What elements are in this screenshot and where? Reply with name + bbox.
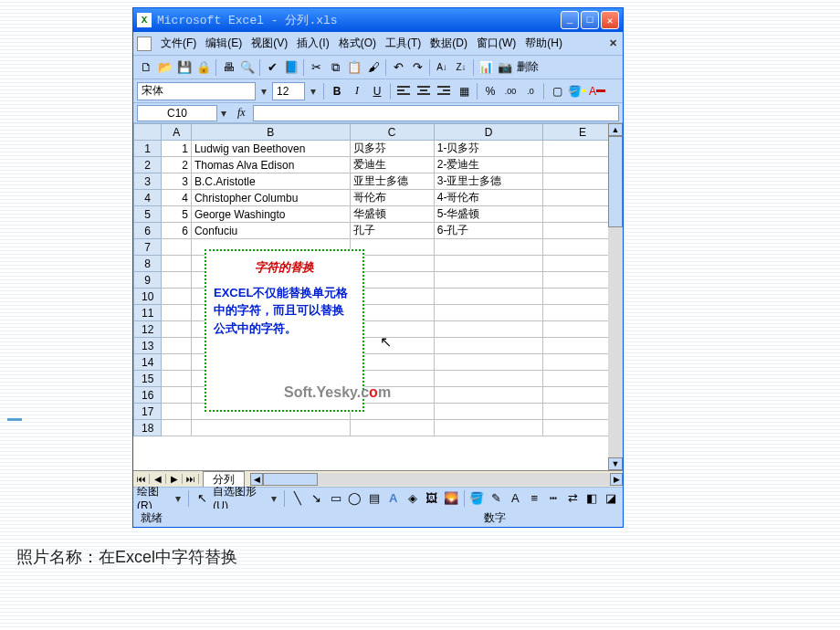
copy-icon[interactable]: ⧉ — [326, 58, 344, 77]
cell[interactable] — [434, 321, 542, 338]
size-dropdown-icon[interactable]: ▾ — [307, 85, 320, 98]
3d-icon[interactable]: ◪ — [603, 489, 619, 508]
borders-button[interactable]: ▢ — [548, 82, 566, 100]
font-name-combo[interactable]: 宋体 — [137, 82, 256, 100]
font-color-button[interactable]: A — [588, 82, 606, 100]
scroll-left-icon[interactable]: ◀ — [250, 473, 263, 486]
open-icon[interactable]: 📂 — [156, 58, 174, 77]
oval-icon[interactable]: ◯ — [347, 489, 363, 508]
clipart-icon[interactable]: 🖼 — [424, 489, 440, 508]
arrow-icon[interactable]: ↘ — [309, 489, 325, 508]
menu-view[interactable]: 视图(V) — [247, 34, 291, 53]
spellcheck-icon[interactable]: ✔ — [263, 58, 281, 77]
format-painter-icon[interactable]: 🖌 — [364, 58, 383, 77]
cell[interactable] — [350, 420, 434, 436]
menu-help[interactable]: 帮助(H) — [521, 34, 566, 53]
menu-edit[interactable]: 编辑(E) — [202, 34, 246, 53]
cell[interactable] — [434, 354, 542, 371]
row-header[interactable]: 18 — [134, 420, 162, 436]
cut-icon[interactable]: ✂ — [307, 58, 325, 77]
tab-nav-last-icon[interactable]: ⏭ — [183, 474, 199, 484]
workbook-close-button[interactable]: ✕ — [606, 37, 619, 50]
cell[interactable]: B.C.Aristotle — [191, 173, 350, 190]
line-color-icon[interactable]: ✎ — [488, 489, 504, 508]
fill-color-button[interactable]: 🪣 — [568, 82, 586, 100]
tab-nav-prev-icon[interactable]: ◀ — [150, 474, 166, 484]
cell[interactable] — [162, 387, 192, 404]
cell[interactable]: 贝多芬 — [350, 141, 434, 157]
cell[interactable]: 4-哥伦布 — [434, 190, 542, 206]
col-header-B[interactable]: B — [191, 124, 350, 141]
col-header-C[interactable]: C — [350, 124, 434, 141]
new-icon[interactable]: 🗋 — [137, 58, 155, 77]
col-header-A[interactable]: A — [162, 124, 192, 141]
cell[interactable]: 2-爱迪生 — [434, 157, 542, 173]
cell[interactable]: 5-华盛顿 — [434, 206, 542, 223]
row-header[interactable]: 12 — [134, 321, 162, 338]
align-center-button[interactable] — [415, 82, 433, 100]
font-dropdown-icon[interactable]: ▾ — [257, 85, 270, 98]
wordart-icon[interactable]: A — [385, 489, 402, 508]
permission-icon[interactable]: 🔒 — [194, 58, 213, 77]
cell[interactable] — [434, 387, 542, 404]
cell[interactable] — [162, 420, 192, 436]
cell[interactable] — [434, 404, 542, 420]
menu-format[interactable]: 格式(O) — [335, 34, 380, 53]
dash-style-icon[interactable]: ┅ — [545, 489, 562, 508]
cell[interactable]: George Washingto — [191, 206, 350, 223]
cell[interactable] — [434, 338, 542, 354]
underline-button[interactable]: U — [368, 82, 386, 100]
undo-icon[interactable]: ↶ — [389, 58, 407, 77]
rectangle-icon[interactable]: ▭ — [328, 489, 344, 508]
cell[interactable]: 3-亚里士多德 — [434, 173, 542, 190]
sort-desc-icon[interactable]: Z↓ — [452, 58, 470, 77]
research-icon[interactable]: 📘 — [282, 58, 300, 77]
fill-color-draw-icon[interactable]: 🪣 — [468, 489, 485, 508]
row-header[interactable]: 11 — [134, 305, 162, 321]
cell[interactable] — [162, 338, 192, 354]
row-header[interactable]: 16 — [134, 387, 162, 404]
align-left-button[interactable] — [394, 82, 413, 100]
tab-nav-first-icon[interactable]: ⏮ — [133, 474, 150, 484]
menu-insert[interactable]: 插入(I) — [293, 34, 332, 53]
select-objects-icon[interactable]: ↖ — [194, 489, 210, 508]
line-icon[interactable]: ╲ — [289, 489, 306, 508]
name-box[interactable]: C10 — [137, 105, 217, 121]
percent-button[interactable]: % — [481, 82, 499, 100]
row-header[interactable]: 2 — [134, 157, 162, 173]
merge-center-button[interactable]: ▦ — [455, 82, 473, 100]
row-header[interactable]: 13 — [134, 338, 162, 354]
minimize-button[interactable]: _ — [561, 11, 579, 29]
cell[interactable]: 1-贝多芬 — [434, 141, 542, 157]
italic-button[interactable]: I — [348, 82, 366, 100]
maximize-button[interactable]: □ — [581, 11, 599, 29]
cell[interactable]: 爱迪生 — [350, 157, 434, 173]
cell[interactable]: Ludwig van Beethoven — [191, 141, 350, 157]
chart-icon[interactable]: 📊 — [477, 58, 495, 77]
bold-button[interactable]: B — [328, 82, 346, 100]
row-header[interactable]: 6 — [134, 223, 162, 239]
cell[interactable] — [434, 420, 542, 436]
cell[interactable] — [434, 289, 542, 305]
row-header[interactable]: 15 — [134, 371, 162, 387]
tab-nav-next-icon[interactable]: ▶ — [166, 474, 183, 484]
shadow-icon[interactable]: ◧ — [583, 489, 600, 508]
preview-icon[interactable]: 🔍 — [238, 58, 257, 77]
cell[interactable] — [191, 420, 350, 436]
cell[interactable] — [434, 239, 542, 256]
scroll-right-icon[interactable]: ▶ — [610, 473, 623, 486]
cell[interactable]: 2 — [162, 157, 192, 173]
delete-button[interactable]: 删除 — [515, 59, 541, 75]
document-icon[interactable] — [137, 37, 152, 51]
cell[interactable]: Confuciu — [191, 223, 350, 239]
row-header[interactable]: 3 — [134, 173, 162, 190]
font-color-draw-icon[interactable]: A — [507, 489, 523, 508]
vscroll-thumb[interactable] — [608, 136, 623, 227]
paste-icon[interactable]: 📋 — [345, 58, 363, 77]
scroll-down-icon[interactable]: ▼ — [608, 457, 623, 470]
menu-data[interactable]: 数据(D) — [426, 34, 471, 53]
cell[interactable] — [434, 371, 542, 387]
arrow-style-icon[interactable]: ⇄ — [564, 489, 581, 508]
row-header[interactable]: 4 — [134, 190, 162, 206]
print-icon[interactable]: 🖶 — [219, 58, 237, 77]
